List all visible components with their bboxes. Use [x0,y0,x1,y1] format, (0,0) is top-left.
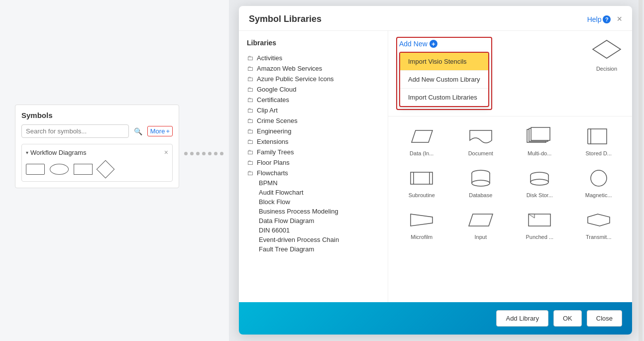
svg-point-21 [531,179,548,185]
symbols-title: Symbols [21,111,173,119]
shapes-area: Data (In... Document [388,116,632,302]
close-dialog-button[interactable]: × [617,14,622,24]
help-icon: ? [603,15,611,23]
decision-cell[interactable]: Decision [589,37,624,72]
lib-item-clipart[interactable]: 🗀 Clip Art [247,105,380,115]
lib-item-activities[interactable]: 🗀 Activities [247,53,380,63]
dialog-title: Symbol Libraries [249,14,322,24]
symbol-libraries-dialog: Symbol Libraries Help ? × Libraries 🗀 Ac… [239,6,632,335]
lib-item-aws[interactable]: 🗀 Amazon Web Services [247,63,380,74]
shape-magnetic[interactable]: Magnetic... [569,162,629,204]
shape-multidoc[interactable]: Multi-do... [510,120,569,162]
add-new-button[interactable]: Add New + [399,40,437,48]
libraries-panel: Libraries 🗀 Activities 🗀 Amazon Web Serv… [239,31,388,302]
workflow-header: ▾ Workflow Diagrams × [26,148,168,156]
import-custom-libraries-item[interactable]: Import Custom Libraries [400,89,488,106]
shape-microfilm[interactable]: Microfilm [392,204,451,246]
svg-marker-1 [412,130,432,142]
decision-shape-svg [592,39,622,59]
svg-point-22 [591,170,607,186]
shape-rect2[interactable] [74,164,93,175]
ok-button[interactable]: OK [553,310,582,327]
folder-icon: 🗀 [247,138,253,145]
lib-item-azure[interactable]: 🗀 Azure Public Service Icons [247,74,380,84]
lib-item-floorplans[interactable]: 🗀 Floor Plans [247,157,380,168]
workflow-section: ▾ Workflow Diagrams × [21,144,173,182]
shape-rectangle[interactable] [26,164,45,175]
svg-marker-23 [411,214,432,226]
folder-icon: 🗀 [247,117,253,124]
lib-item-crime[interactable]: 🗀 Crime Scenes [247,115,380,126]
shape-database[interactable]: Database [451,162,511,204]
lib-sub-epc[interactable]: Event-driven Process Chain [247,235,380,244]
workflow-close-button[interactable]: × [164,148,168,156]
shape-punched[interactable]: Punched ... [510,204,569,246]
dots-indicator [184,152,223,155]
lib-item-family[interactable]: 🗀 Family Trees [247,147,380,157]
search-row: 🔍 More + [21,124,173,138]
folder-icon: 🗀 [247,54,253,62]
dialog-header: Symbol Libraries Help ? × [239,6,632,31]
chevron-icon: ▾ [26,150,28,155]
shape-document[interactable]: Document [451,120,511,162]
more-button[interactable]: More + [147,126,173,136]
folder-icon: 🗀 [247,96,253,104]
header-right: Help ? × [587,14,622,24]
workflow-shapes [26,161,168,177]
folder-icon: 🗀 [247,65,253,72]
shape-oval[interactable] [50,164,69,175]
shape-stored[interactable]: Stored D... [569,120,629,162]
folder-icon: 🗀 [247,148,253,156]
dot-6 [214,152,217,155]
lib-sub-dataflow[interactable]: Data Flow Diagram [247,216,380,226]
dialog-footer: Add Library OK Close [239,302,632,335]
lib-sub-fault[interactable]: Fault Tree Diagram [247,244,380,254]
folder-icon: 🗀 [247,127,253,135]
add-icon: + [429,40,437,48]
lib-item-gcloud[interactable]: 🗀 Google Cloud [247,84,380,95]
svg-marker-24 [469,214,493,226]
shape-data-in[interactable]: Data (In... [392,120,451,162]
search-input[interactable] [21,124,129,138]
dot-1 [184,152,188,155]
shape-transmit[interactable]: Transmit... [569,204,629,246]
lib-sub-bpm[interactable]: Business Process Modeling [247,207,380,216]
help-link[interactable]: Help ? [587,15,611,23]
shape-subroutine[interactable]: Subroutine [392,162,451,204]
decision-label: Decision [589,66,624,72]
search-button[interactable]: 🔍 [132,125,144,137]
folder-icon: 🗀 [247,75,253,83]
folder-icon: 🗀 [247,169,253,177]
dot-7 [220,152,223,155]
dialog-body: Libraries 🗀 Activities 🗀 Amazon Web Serv… [239,31,632,302]
svg-point-16 [472,180,490,186]
lib-sub-block[interactable]: Block Flow [247,197,380,207]
close-button[interactable]: Close [587,310,622,327]
lib-item-extensions[interactable]: 🗀 Extensions [247,136,380,147]
lib-sub-din[interactable]: DIN 66001 [247,226,380,235]
scrollbar[interactable] [639,0,643,341]
lib-item-flowcharts[interactable]: 🗀 Flowcharts [247,168,380,178]
add-custom-library-item[interactable]: Add New Custom Library [400,71,488,88]
symbols-panel: Symbols 🔍 More + ▾ Workflow Diagrams × [15,105,179,188]
workflow-label: ▾ Workflow Diagrams [26,149,86,156]
dot-5 [208,152,212,155]
lib-item-certs[interactable]: 🗀 Certificates [247,95,380,105]
libraries-title: Libraries [247,39,380,47]
lib-sub-audit[interactable]: Audit Flowchart [247,188,380,197]
folder-icon: 🗀 [247,107,253,114]
shape-input[interactable]: Input [451,204,511,246]
dot-3 [196,152,200,155]
import-visio-item[interactable]: Import Visio Stencils [400,53,488,70]
svg-marker-27 [588,214,610,226]
add-new-dropdown: Import Visio Stencils Add New Custom Lib… [399,52,489,107]
shape-disk[interactable]: Disk Stor... [510,162,569,204]
shape-diamond[interactable] [97,160,115,179]
dot-4 [202,152,206,155]
lib-sub-bpmn[interactable]: BPMN [247,178,380,188]
folder-icon: 🗀 [247,159,253,166]
svg-marker-0 [593,40,621,58]
svg-rect-4 [531,127,550,140]
lib-item-engineering[interactable]: 🗀 Engineering [247,126,380,136]
add-library-button[interactable]: Add Library [496,310,548,327]
